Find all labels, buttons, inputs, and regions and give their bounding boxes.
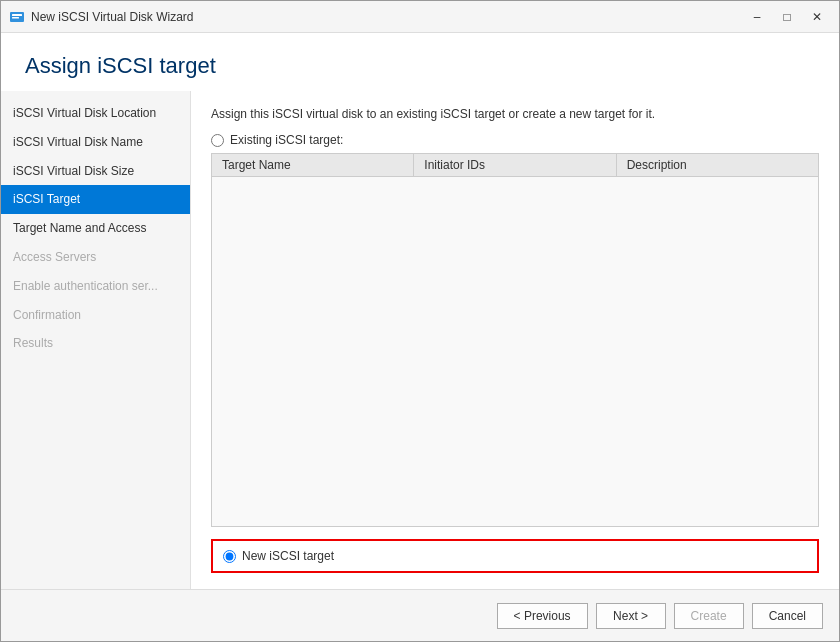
new-target-radio[interactable] xyxy=(223,550,236,563)
right-panel: Assign this iSCSI virtual disk to an exi… xyxy=(191,91,839,589)
sidebar-item-iscsi-virtual-disk-size[interactable]: iSCSI Virtual Disk Size xyxy=(1,157,190,186)
sidebar-item-iscsi-virtual-disk-name[interactable]: iSCSI Virtual Disk Name xyxy=(1,128,190,157)
create-button: Create xyxy=(674,603,744,629)
sidebar-item-results: Results xyxy=(1,329,190,358)
existing-target-label[interactable]: Existing iSCSI target: xyxy=(230,133,343,147)
table-header: Target Name Initiator IDs Description xyxy=(212,154,818,177)
minimize-button[interactable]: – xyxy=(743,5,771,29)
sidebar-item-target-name-and-access[interactable]: Target Name and Access xyxy=(1,214,190,243)
page-header: Assign iSCSI target xyxy=(1,33,839,91)
new-target-section: New iSCSI target xyxy=(211,539,819,573)
panel-description: Assign this iSCSI virtual disk to an exi… xyxy=(211,107,819,121)
maximize-button[interactable]: □ xyxy=(773,5,801,29)
new-target-label[interactable]: New iSCSI target xyxy=(242,549,334,563)
title-bar: New iSCSI Virtual Disk Wizard – □ ✕ xyxy=(1,1,839,33)
window-icon xyxy=(9,9,25,25)
existing-target-row: Existing iSCSI target: xyxy=(211,133,819,147)
svg-rect-2 xyxy=(12,17,19,19)
window-title: New iSCSI Virtual Disk Wizard xyxy=(31,10,743,24)
sidebar-item-confirmation: Confirmation xyxy=(1,301,190,330)
page-title: Assign iSCSI target xyxy=(25,53,815,79)
col-header-description: Description xyxy=(617,154,818,176)
window-controls: – □ ✕ xyxy=(743,5,831,29)
col-header-initiator-ids: Initiator IDs xyxy=(414,154,616,176)
existing-targets-table-container: Target Name Initiator IDs Description xyxy=(211,153,819,527)
existing-target-radio[interactable] xyxy=(211,134,224,147)
main-window: New iSCSI Virtual Disk Wizard – □ ✕ Assi… xyxy=(0,0,840,642)
sidebar-item-iscsi-virtual-disk-location[interactable]: iSCSI Virtual Disk Location xyxy=(1,99,190,128)
footer: < Previous Next > Create Cancel xyxy=(1,589,839,641)
sidebar-item-iscsi-target[interactable]: iSCSI Target xyxy=(1,185,190,214)
col-header-target-name: Target Name xyxy=(212,154,414,176)
sidebar-item-enable-authentication: Enable authentication ser... xyxy=(1,272,190,301)
svg-rect-1 xyxy=(12,14,22,16)
next-button[interactable]: Next > xyxy=(596,603,666,629)
main-layout: Assign iSCSI target iSCSI Virtual Disk L… xyxy=(1,33,839,641)
sidebar-item-access-servers: Access Servers xyxy=(1,243,190,272)
close-button[interactable]: ✕ xyxy=(803,5,831,29)
previous-button[interactable]: < Previous xyxy=(497,603,588,629)
table-body xyxy=(212,177,818,521)
cancel-button[interactable]: Cancel xyxy=(752,603,823,629)
sidebar: iSCSI Virtual Disk Location iSCSI Virtua… xyxy=(1,91,191,589)
new-target-radio-row: New iSCSI target xyxy=(223,549,334,563)
full-layout: iSCSI Virtual Disk Location iSCSI Virtua… xyxy=(1,91,839,589)
